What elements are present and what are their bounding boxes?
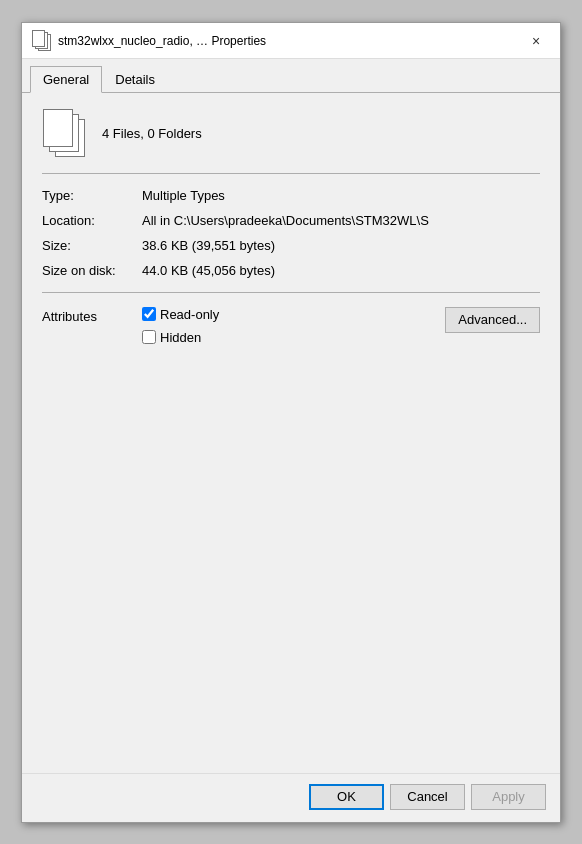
location-label: Location: <box>42 213 142 228</box>
location-value: All in C:\Users\pradeeka\Documents\STM32… <box>142 213 540 228</box>
title-bar-left: stm32wlxx_nucleo_radio, … Properties <box>32 30 266 52</box>
file-count: 4 Files, 0 Folders <box>102 126 202 141</box>
apply-button[interactable]: Apply <box>471 784 546 810</box>
properties-dialog: stm32wlxx_nucleo_radio, … Properties × G… <box>21 22 561 823</box>
title-bar: stm32wlxx_nucleo_radio, … Properties × <box>22 23 560 59</box>
hidden-checkbox[interactable] <box>142 330 156 344</box>
size-on-disk-label: Size on disk: <box>42 263 142 278</box>
size-value: 38.6 KB (39,551 bytes) <box>142 238 540 253</box>
attributes-inner: Read-only Hidden Advanced... <box>142 307 540 345</box>
attributes-section: Attributes Read-only Hidden Advanced... <box>42 307 540 345</box>
divider-top <box>42 173 540 174</box>
close-button[interactable]: × <box>522 30 550 52</box>
dialog-title: stm32wlxx_nucleo_radio, … Properties <box>58 34 266 48</box>
attributes-controls: Read-only Hidden <box>142 307 445 345</box>
size-on-disk-value: 44.0 KB (45,056 bytes) <box>142 263 540 278</box>
tab-general[interactable]: General <box>30 66 102 93</box>
readonly-checkbox[interactable] <box>142 307 156 321</box>
properties-list: Type: Multiple Types Location: All in C:… <box>42 188 540 278</box>
readonly-row: Read-only <box>142 307 445 322</box>
size-label: Size: <box>42 238 142 253</box>
hidden-label[interactable]: Hidden <box>160 330 201 345</box>
tab-content: 4 Files, 0 Folders Type: Multiple Types … <box>22 93 560 773</box>
advanced-button[interactable]: Advanced... <box>445 307 540 333</box>
tab-bar: General Details <box>22 59 560 93</box>
file-info-row: 4 Files, 0 Folders <box>42 109 540 159</box>
tab-details[interactable]: Details <box>102 66 168 93</box>
property-row: Size on disk: 44.0 KB (45,056 bytes) <box>42 263 540 278</box>
files-icon-large <box>42 109 86 159</box>
readonly-label[interactable]: Read-only <box>160 307 219 322</box>
cancel-button[interactable]: Cancel <box>390 784 465 810</box>
attributes-label: Attributes <box>42 307 142 324</box>
hidden-row: Hidden <box>142 330 445 345</box>
property-row: Location: All in C:\Users\pradeeka\Docum… <box>42 213 540 228</box>
dialog-icon <box>32 30 52 52</box>
type-value: Multiple Types <box>142 188 540 203</box>
bottom-bar: OK Cancel Apply <box>22 773 560 822</box>
divider-bottom <box>42 292 540 293</box>
type-label: Type: <box>42 188 142 203</box>
ok-button[interactable]: OK <box>309 784 384 810</box>
property-row: Type: Multiple Types <box>42 188 540 203</box>
property-row: Size: 38.6 KB (39,551 bytes) <box>42 238 540 253</box>
